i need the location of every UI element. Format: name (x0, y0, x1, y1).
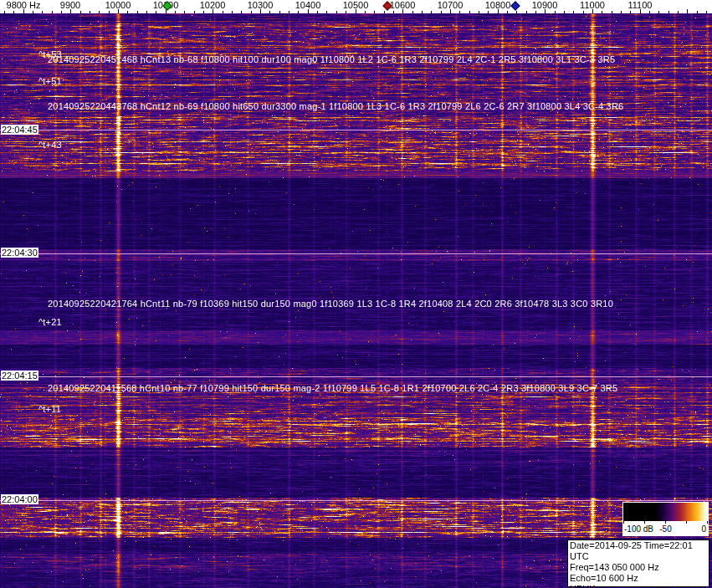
colorbar-mid-label: -50 (659, 524, 671, 534)
event-detection-text: 20140925220411568 hCnt10 nb-77 f10799 hi… (48, 384, 617, 393)
colorbar-tick (686, 521, 687, 524)
freq-tick-label: 10500 (343, 1, 369, 10)
colorbar-tick (707, 521, 708, 524)
freq-tick-label: 10400 (295, 1, 321, 10)
freq-tick-label: 10900 (532, 1, 558, 10)
time-axis-label: 22:04:15 (1, 371, 38, 381)
event-offset-label: ^t+51 (38, 77, 62, 86)
info-frequency: Freq=143 050 000 Hz (570, 562, 707, 573)
event-offset-label: ^t+11 (38, 405, 61, 414)
freq-tick-label: 9900 (60, 1, 80, 10)
spectrogram-app: 9800 Hz990010000101001020010300104001050… (0, 0, 712, 588)
event-detection-text: 20140925220451468 hCnt13 nb-68 f10800 hi… (48, 55, 615, 64)
info-echo-frequency: Echo=10 600 Hz (570, 573, 707, 584)
event-detection-text: 20140925220443768 hCnt12 nb-69 f10800 hi… (48, 102, 623, 111)
station-info-box: Date=2014-09-25 Time=22:01 UTC Freq=143 … (567, 539, 709, 587)
freq-tick-label: 10300 (248, 1, 274, 10)
time-axis-label: 22:04:00 (1, 494, 38, 504)
colorbar-min-label: -100 dB (624, 524, 653, 534)
colorbar-tick (623, 521, 624, 524)
time-axis-label: 22:04:45 (1, 125, 38, 135)
event-detection-text: 20140925220421764 hCnt11 nb-79 f10369 hi… (48, 299, 613, 309)
colorbar-tick (665, 521, 666, 524)
waterfall-display: 22:04:4522:04:3022:04:1522:04:00^t+53201… (0, 13, 712, 588)
overlay-layer: 22:04:4522:04:3022:04:1522:04:00^t+53201… (0, 13, 712, 588)
intensity-colorbar: -100 dB -50 0 (622, 502, 709, 536)
event-offset-label: ^t+21 (38, 318, 62, 327)
freq-tick-label: 9800 Hz (7, 1, 41, 10)
freq-tick-label: 10600 (390, 1, 416, 10)
frequency-ruler: 9800 Hz990010000101001020010300104001050… (0, 0, 712, 13)
info-date-time: Date=2014-09-25 Time=22:01 UTC (570, 540, 707, 562)
info-station-id: HPHK (570, 584, 707, 588)
event-offset-label: ^t+43 (38, 141, 62, 150)
freq-tick-label: 10200 (200, 1, 226, 10)
freq-tick-label: 10700 (438, 1, 464, 10)
time-axis-label: 22:04:30 (1, 248, 38, 258)
freq-tick-label: 10800 (485, 1, 511, 10)
colorbar-tick (644, 521, 645, 524)
freq-tick-label: 11000 (580, 1, 605, 10)
colorbar-max-label: 0 (701, 524, 706, 534)
freq-tick-label: 11100 (628, 1, 653, 10)
freq-tick-label: 10000 (105, 1, 131, 10)
colorbar-gradient (623, 503, 708, 521)
